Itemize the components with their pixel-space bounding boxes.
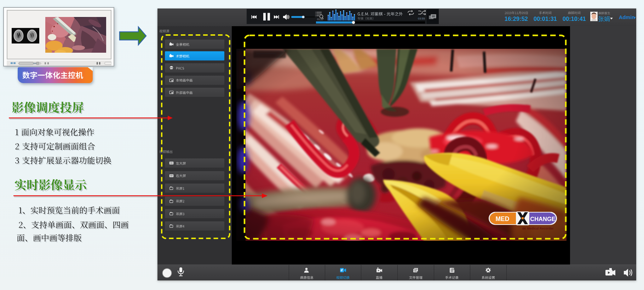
- svg-text:4K Medical Recorder: 4K Medical Recorder: [522, 227, 554, 230]
- svg-text:MED: MED: [496, 215, 510, 222]
- svg-text:CHANGE: CHANGE: [530, 216, 556, 222]
